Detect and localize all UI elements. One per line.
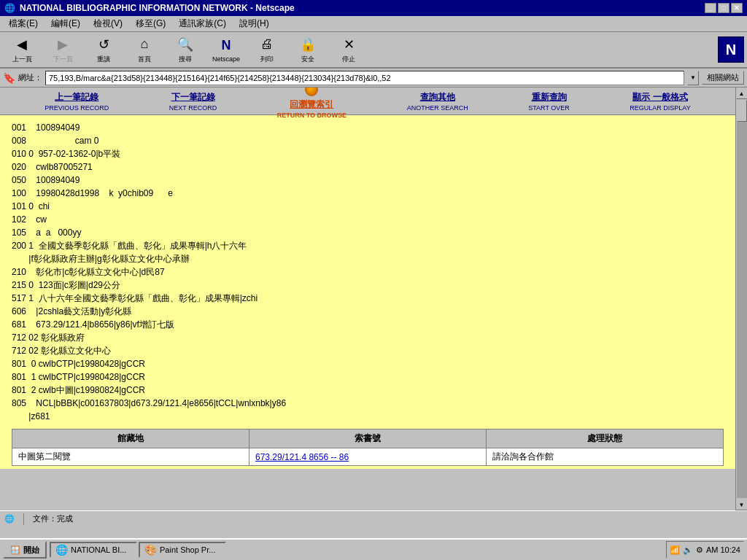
forward-icon: ▶: [54, 36, 71, 53]
record-line: 215 0 123面|c彩圖|d29公分: [12, 279, 724, 292]
record-line: 210 彰化市|c彰化縣立文化中心|d民87: [12, 265, 724, 279]
menu-edit[interactable]: 編輯(E): [45, 16, 86, 31]
netscape-logo: N: [718, 36, 744, 63]
maximize-button[interactable]: □: [718, 3, 729, 13]
close-button[interactable]: ✕: [731, 3, 743, 13]
next-record-button[interactable]: 下一筆記錄 NEXT RECORD: [169, 91, 217, 112]
start-over-label: 重新查詢: [532, 91, 567, 104]
menu-go[interactable]: 移至(G): [130, 16, 171, 31]
taskbar-item-national-bi[interactable]: 🌐 NATIONAL BI...: [50, 542, 137, 558]
record-lines: 001 100894049008 cam 0010 0 957-02-1362-…: [12, 121, 724, 423]
record-line: 010 0 957-02-1362-0|b平裝: [12, 147, 724, 160]
reload-button[interactable]: ↺ 重讀: [85, 34, 123, 66]
record-line: 712 02 彰化縣政府: [12, 331, 724, 344]
app-icon: 🌐: [4, 3, 15, 13]
menu-view[interactable]: 檢視(V): [88, 16, 128, 31]
related-sites-button[interactable]: 相關網站: [702, 71, 744, 85]
record-line: 105 a a 000yy: [12, 226, 724, 239]
start-label: 開始: [23, 545, 39, 556]
regular-display-button[interactable]: 顯示 一般格式 REGULAR DISPLAY: [630, 91, 690, 112]
reload-icon: ↺: [95, 36, 112, 53]
systray-time: AM 10:24: [706, 545, 740, 554]
system-tray: 📶 🔊 ⚙ AM 10:24: [666, 541, 744, 559]
record-line: 801 2 cwlb中圖|c19980824|gCCR: [12, 384, 724, 397]
back-button[interactable]: ◀ 上一頁: [3, 34, 41, 66]
home-label: 首頁: [138, 55, 151, 64]
forward-button[interactable]: ▶ 下一頁: [44, 34, 82, 66]
record-line: 606 |2cshla藝文活動|y彰化縣: [12, 305, 724, 318]
systray-icon-network: 📶: [670, 545, 680, 555]
return-browse-button[interactable]: 回瀏覽索引 RETURN TO BROWSE: [277, 88, 347, 119]
taskbar-item-label-1: Paint Shop Pr...: [160, 545, 215, 554]
menu-help[interactable]: 說明(H): [233, 16, 275, 31]
prev-record-button[interactable]: 上一筆記錄 PREVIOUS RECORD: [44, 91, 109, 112]
back-icon: ◀: [13, 36, 31, 53]
regular-display-label: 顯示 一般格式: [632, 91, 687, 104]
return-browse-sublabel: RETURN TO BROWSE: [277, 112, 347, 119]
dropdown-btn[interactable]: ▼: [687, 71, 699, 85]
globe-icon: [305, 88, 318, 96]
col-status: 處理狀態: [487, 429, 724, 448]
regular-display-sublabel: REGULAR DISPLAY: [630, 104, 690, 112]
forward-label: 下一頁: [53, 55, 73, 64]
taskbar-item-label-0: NATIONAL BI...: [71, 545, 126, 554]
record-line: 712 02 彰化縣立文化中心: [12, 344, 724, 357]
start-over-button[interactable]: 重新查詢 START OVER: [528, 91, 570, 112]
scroll-thumb[interactable]: [737, 100, 747, 122]
next-record-sublabel: NEXT RECORD: [169, 104, 217, 112]
scrollbar[interactable]: ▲ ▼: [735, 88, 747, 510]
minimize-button[interactable]: _: [705, 3, 716, 13]
record-navigation: 上一筆記錄 PREVIOUS RECORD 下一筆記錄 NEXT RECORD …: [0, 88, 735, 115]
record-line: 681 673.29/121.4|b8656|y86|vf增訂七版: [12, 318, 724, 331]
prev-record-label: 上一筆記錄: [55, 91, 98, 104]
another-search-sublabel: ANOTHER SEARCH: [407, 104, 468, 112]
record-line: 008 cam 0: [12, 134, 724, 147]
taskbar: 🪟 開始 🌐 NATIONAL BI... 🎨 Paint Shop Pr...…: [0, 538, 747, 560]
browser-window: 上一筆記錄 PREVIOUS RECORD 下一筆記錄 NEXT RECORD …: [0, 88, 747, 510]
record-line: 100 19980428d1998 k y0chib09 e: [12, 187, 724, 200]
print-button[interactable]: 🖨 列印: [248, 34, 286, 66]
title-bar: 🌐 NATIONAL BIBLIOGRAPHIC INFORMATION NET…: [0, 0, 747, 16]
home-button[interactable]: ⌂ 首頁: [125, 34, 163, 66]
holdings-table: 館藏地 索書號 處理狀態 中圖第二閱覽673.29/121.4 8656 -- …: [12, 429, 724, 466]
record-line: 102 cw: [12, 213, 724, 226]
search-button[interactable]: 🔍 搜尋: [166, 34, 204, 66]
security-button[interactable]: 🔒 安全: [289, 34, 327, 66]
netscape-label: Netscape: [212, 55, 240, 63]
scroll-down-button[interactable]: ▼: [736, 499, 748, 510]
record-line: 001 100894049: [12, 121, 724, 134]
security-label: 安全: [301, 55, 314, 64]
menu-communicator[interactable]: 通訊家族(C): [173, 16, 232, 31]
record-line: 801 1 cwlbCTP|c19980428|gCCR: [12, 370, 724, 384]
address-input[interactable]: [45, 71, 684, 85]
print-icon: 🖨: [258, 36, 276, 53]
netscape-button[interactable]: N Netscape: [207, 34, 245, 66]
address-bar: 🔖 網址： ▼ 相關網站: [0, 69, 747, 88]
stop-button[interactable]: ✕ 停止: [330, 34, 368, 66]
holdings-callnumber[interactable]: 673.29/121.4 8656 -- 86: [249, 448, 487, 466]
record-line: 020 cwlb87005271: [12, 160, 724, 174]
window-title: NATIONAL BIBLIOGRAPHIC INFORMATION NETWO…: [20, 3, 295, 13]
record-line: 517 1 八十六年全國文藝季彰化縣「戲曲、彰化」成果專輯|zchi: [12, 292, 724, 305]
another-search-button[interactable]: 查詢其他 ANOTHER SEARCH: [407, 91, 468, 112]
holdings-body: 中圖第二閱覽673.29/121.4 8656 -- 86請洽詢各合作館: [12, 448, 724, 466]
status-icon: 🌐: [4, 514, 15, 524]
content-area: 上一筆記錄 PREVIOUS RECORD 下一筆記錄 NEXT RECORD …: [0, 88, 735, 510]
call-number-link[interactable]: 673.29/121.4 8656 -- 86: [255, 452, 349, 462]
print-label: 列印: [260, 55, 274, 64]
start-over-sublabel: START OVER: [528, 104, 570, 112]
record-line: 805 NCL|bBBK|c001637803|d673.29/121.4|e8…: [12, 397, 724, 410]
start-button[interactable]: 🪟 開始: [3, 541, 47, 559]
record-line: |z681: [12, 410, 724, 423]
menu-file[interactable]: 檔案(E): [3, 16, 44, 31]
netscape-icon: N: [217, 36, 235, 54]
stop-icon: ✕: [340, 36, 357, 53]
record-line: |f彰化縣政府主辦|g彰化縣立文化中心承辦: [12, 252, 724, 265]
toolbar: ◀ 上一頁 ▶ 下一頁 ↺ 重讀 ⌂ 首頁 🔍 搜尋 N Netscape 🖨 …: [0, 32, 747, 69]
col-callnumber: 索書號: [249, 429, 487, 448]
col-location: 館藏地: [12, 429, 249, 448]
scroll-up-button[interactable]: ▲: [736, 88, 748, 99]
taskbar-item-paintshop[interactable]: 🎨 Paint Shop Pr...: [139, 542, 226, 558]
back-label: 上一頁: [12, 55, 32, 64]
prev-record-sublabel: PREVIOUS RECORD: [44, 104, 109, 112]
